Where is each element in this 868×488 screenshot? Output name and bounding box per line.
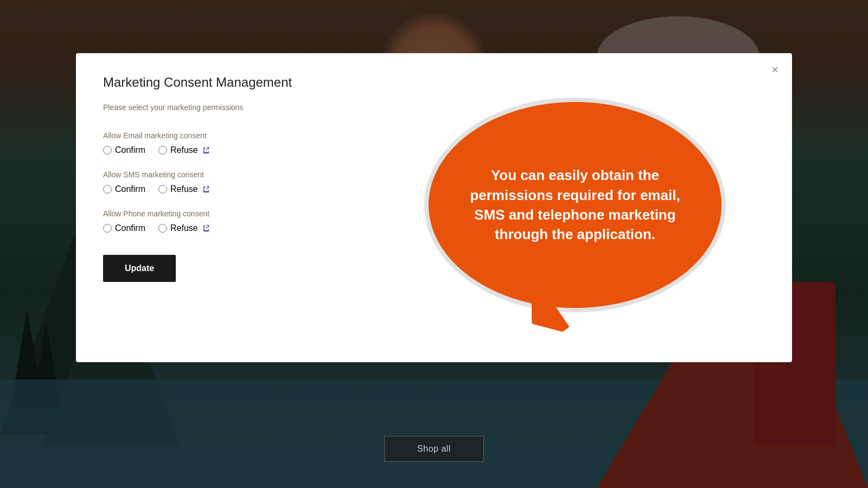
- sms-confirm-label: Confirm: [115, 184, 145, 194]
- close-button[interactable]: ×: [769, 61, 781, 79]
- email-refuse-option[interactable]: Refuse: [158, 145, 198, 155]
- email-confirm-label: Confirm: [115, 145, 145, 155]
- phone-confirm-radio[interactable]: [103, 224, 112, 233]
- speech-bubble-text: You can easily obtain the permissions re…: [461, 165, 689, 245]
- sms-consent-group: Allow SMS marketing consent Confirm Refu…: [103, 170, 363, 194]
- email-consent-options: Confirm Refuse: [103, 145, 363, 155]
- email-consent-group: Allow Email marketing consent Confirm Re…: [103, 131, 363, 155]
- email-external-link-icon[interactable]: [202, 146, 210, 154]
- sms-consent-options: Confirm Refuse: [103, 184, 363, 194]
- modal-subtitle: Please select your marketing permissions: [103, 103, 363, 112]
- phone-refuse-option[interactable]: Refuse: [158, 223, 198, 233]
- email-confirm-radio[interactable]: [103, 146, 112, 155]
- modal-right-panel: You can easily obtain the permissions re…: [385, 75, 765, 335]
- email-refuse-group: Refuse: [158, 145, 210, 155]
- phone-confirm-option[interactable]: Confirm: [103, 223, 145, 233]
- phone-external-link-icon[interactable]: [202, 224, 210, 232]
- sms-refuse-label: Refuse: [170, 184, 198, 194]
- sms-consent-label: Allow SMS marketing consent: [103, 170, 363, 179]
- modal-title: Marketing Consent Management: [103, 75, 363, 90]
- sms-refuse-group: Refuse: [158, 184, 210, 194]
- modal-left-panel: Marketing Consent Management Please sele…: [103, 75, 385, 335]
- phone-refuse-radio[interactable]: [158, 224, 167, 233]
- email-confirm-option[interactable]: Confirm: [103, 145, 145, 155]
- sms-external-link-icon[interactable]: [202, 185, 210, 193]
- update-button[interactable]: Update: [103, 255, 176, 282]
- shop-all-button[interactable]: Shop all: [384, 436, 484, 462]
- phone-refuse-group: Refuse: [158, 223, 210, 233]
- phone-refuse-label: Refuse: [170, 223, 198, 233]
- phone-consent-options: Confirm Refuse: [103, 223, 363, 233]
- sms-confirm-radio[interactable]: [103, 185, 112, 194]
- phone-consent-group: Allow Phone marketing consent Confirm Re…: [103, 209, 363, 233]
- email-consent-label: Allow Email marketing consent: [103, 131, 363, 140]
- sms-refuse-radio[interactable]: [158, 185, 167, 194]
- sms-refuse-option[interactable]: Refuse: [158, 184, 198, 194]
- speech-bubble: You can easily obtain the permissions re…: [429, 102, 722, 308]
- phone-consent-label: Allow Phone marketing consent: [103, 209, 363, 218]
- email-refuse-radio[interactable]: [158, 146, 167, 155]
- phone-confirm-label: Confirm: [115, 223, 145, 233]
- email-refuse-label: Refuse: [170, 145, 198, 155]
- modal-dialog: × Marketing Consent Management Please se…: [76, 53, 792, 362]
- sms-confirm-option[interactable]: Confirm: [103, 184, 145, 194]
